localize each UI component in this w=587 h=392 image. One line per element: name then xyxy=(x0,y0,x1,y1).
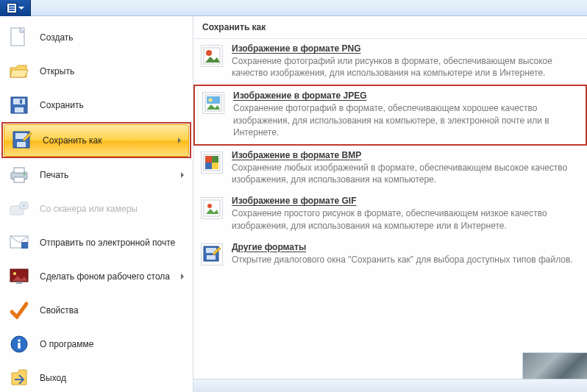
option-other-formats[interactable]: Другие форматы Открытие диалогового окна… xyxy=(193,238,587,271)
svg-rect-3 xyxy=(13,99,25,104)
option-desc: Сохранение любых изображений в формате, … xyxy=(232,162,577,185)
svg-point-25 xyxy=(206,50,212,56)
option-title: Изображение в формате BMP xyxy=(232,150,577,160)
submenu-arrow-icon xyxy=(178,138,181,143)
sidebar-label: Со сканера или камеры xyxy=(40,204,138,214)
sidebar-item-new[interactable]: Создать xyxy=(0,21,193,54)
info-icon xyxy=(9,334,29,354)
svg-point-36 xyxy=(207,204,212,208)
svg-rect-33 xyxy=(212,163,218,169)
option-desc: Сохранение простого рисунок в формате, о… xyxy=(232,207,577,231)
sidebar-label: О программе xyxy=(40,339,93,349)
svg-rect-20 xyxy=(16,282,22,284)
sidebar-item-save-as[interactable]: Сохранить как xyxy=(4,124,189,157)
desktop-background-icon xyxy=(9,266,29,287)
status-bar xyxy=(193,379,587,392)
save-as-panel: Сохранить как Изображение в формате PNG … xyxy=(193,16,587,392)
sidebar-label: Отправить по электронной почте xyxy=(40,238,175,248)
sidebar-label: Открыть xyxy=(40,66,74,76)
option-desc: Открытие диалогового окна "Сохранить как… xyxy=(232,254,573,266)
scanner-icon xyxy=(9,199,29,219)
save-floppy-icon xyxy=(9,95,29,115)
option-jpeg[interactable]: Изображение в формате JPEG Сохранение фо… xyxy=(193,85,587,146)
svg-point-19 xyxy=(13,272,16,275)
open-folder-icon xyxy=(9,61,29,82)
svg-rect-4 xyxy=(15,107,24,113)
sidebar-label: Создать xyxy=(40,32,74,43)
exit-icon xyxy=(9,368,29,388)
envelope-icon xyxy=(9,232,29,253)
svg-point-22 xyxy=(18,339,21,342)
option-title: Изображение в формате JPEG xyxy=(233,90,578,101)
sidebar-item-save[interactable]: Сохранить xyxy=(0,88,193,122)
titlebar xyxy=(0,0,587,16)
jpeg-image-icon xyxy=(202,92,224,114)
svg-rect-5 xyxy=(20,99,22,104)
canvas-preview-strip xyxy=(522,352,587,379)
save-dialog-icon xyxy=(201,243,223,266)
sidebar-item-save-as-highlight: Сохранить как xyxy=(1,122,191,158)
svg-rect-31 xyxy=(212,156,218,163)
sidebar-label: Сохранить xyxy=(40,100,84,110)
sidebar-item-properties[interactable]: Свойства xyxy=(0,293,193,327)
svg-rect-8 xyxy=(17,142,26,147)
sidebar-label: Выход xyxy=(40,373,66,383)
properties-checkmark-icon xyxy=(9,300,29,321)
svg-point-12 xyxy=(24,174,26,176)
svg-point-15 xyxy=(23,204,26,207)
save-as-icon xyxy=(12,130,32,151)
option-title: Другие форматы xyxy=(232,242,573,252)
document-icon xyxy=(7,3,17,13)
sidebar-item-send-email[interactable]: Отправить по электронной почте xyxy=(0,226,193,260)
printer-icon xyxy=(9,165,29,185)
option-desc: Сохранение фотографий или рисунков в фор… xyxy=(232,55,577,79)
sidebar-item-exit[interactable]: Выход xyxy=(0,361,193,392)
png-image-icon xyxy=(201,45,223,67)
sidebar-label: Свойства xyxy=(40,305,79,316)
sidebar-item-open[interactable]: Открыть xyxy=(0,54,193,88)
sidebar-item-print[interactable]: Печать xyxy=(0,158,193,192)
svg-rect-30 xyxy=(205,156,212,163)
panel-title: Сохранить как xyxy=(193,16,587,39)
sidebar-item-desktop-bg[interactable]: Сделать фоном рабочего стола xyxy=(0,260,193,293)
svg-rect-23 xyxy=(18,343,20,349)
option-title: Изображение в формате PNG xyxy=(232,43,577,54)
sidebar-label: Печать xyxy=(40,170,68,180)
option-bmp[interactable]: Изображение в формате BMP Сохранение люб… xyxy=(193,146,587,191)
file-menu-sidebar: Создать Открыть Сохранить Сохранить как xyxy=(0,16,193,392)
sidebar-label: Сохранить как xyxy=(43,135,102,146)
bmp-image-icon xyxy=(201,152,223,174)
gif-image-icon xyxy=(201,197,223,219)
svg-rect-32 xyxy=(205,163,212,169)
svg-rect-10 xyxy=(14,168,24,173)
svg-rect-39 xyxy=(207,255,216,260)
chevron-down-icon xyxy=(18,7,24,10)
svg-rect-17 xyxy=(21,242,28,249)
submenu-arrow-icon xyxy=(181,172,184,178)
option-gif[interactable]: Изображение в формате GIF Сохранение про… xyxy=(193,191,587,237)
option-png[interactable]: Изображение в формате PNG Сохранение фот… xyxy=(193,39,587,85)
sidebar-item-about[interactable]: О программе xyxy=(0,327,193,361)
option-desc: Сохранение фотографий в формате, обеспеч… xyxy=(233,102,578,138)
svg-rect-11 xyxy=(14,177,24,182)
svg-point-28 xyxy=(209,99,213,102)
sidebar-label: Сделать фоном рабочего стола xyxy=(40,271,170,282)
submenu-arrow-icon xyxy=(181,274,184,279)
app-menu-button[interactable] xyxy=(0,0,31,16)
sidebar-item-scanner: Со сканера или камеры xyxy=(0,192,193,226)
new-document-icon xyxy=(9,27,29,48)
option-title: Изображение в формате GIF xyxy=(232,196,577,206)
